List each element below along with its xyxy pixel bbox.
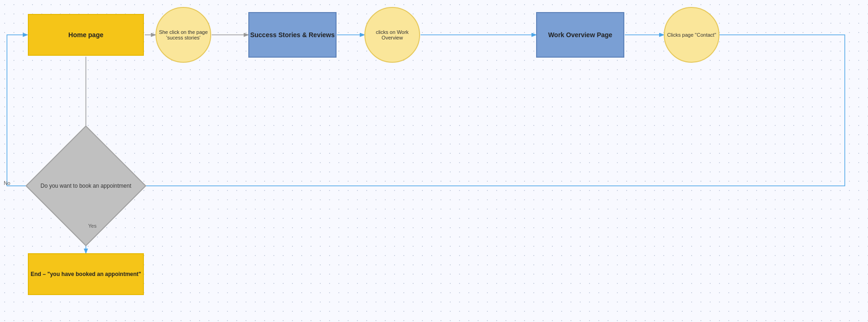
action-circle-3: Clicks page "Contact" bbox=[664, 7, 719, 63]
action-circle-2-label: clicks on Work Overview bbox=[365, 29, 419, 40]
homepage-label: Home page bbox=[68, 31, 103, 39]
success-stories-node: Success Stories & Reviews bbox=[248, 12, 337, 58]
flowchart: Home page She click on the page 'sucess … bbox=[0, 0, 868, 322]
homepage-node: Home page bbox=[28, 14, 144, 56]
action-circle-2: clicks on Work Overview bbox=[364, 7, 420, 63]
action-circle-1-label: She click on the page 'sucess stories' bbox=[156, 29, 210, 40]
decision-diamond bbox=[26, 125, 146, 246]
work-overview-label: Work Overview Page bbox=[548, 31, 612, 39]
yes-label: Yes bbox=[88, 223, 97, 229]
end-label: End – "you have booked an appointment" bbox=[31, 271, 141, 277]
work-overview-node: Work Overview Page bbox=[536, 12, 624, 58]
end-node: End – "you have booked an appointment" bbox=[28, 253, 144, 295]
no-label: No bbox=[4, 180, 10, 186]
action-circle-3-label: Clicks page "Contact" bbox=[667, 32, 716, 38]
action-circle-1: She click on the page 'sucess stories' bbox=[155, 7, 211, 63]
success-stories-label: Success Stories & Reviews bbox=[250, 31, 335, 39]
